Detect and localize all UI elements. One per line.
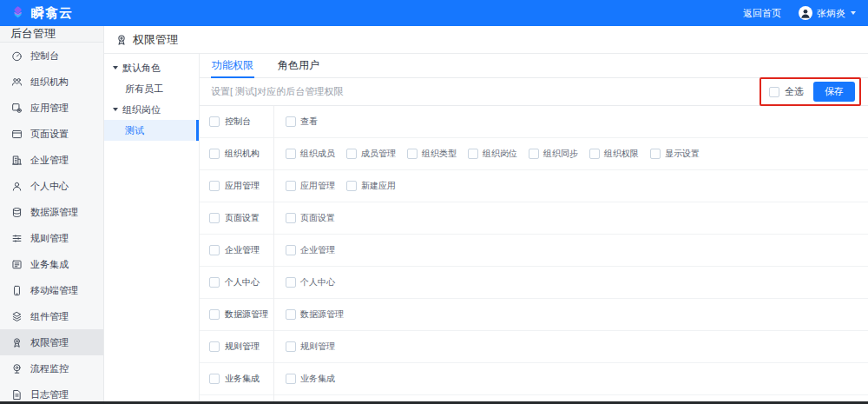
permission-module[interactable]: 组织机构	[200, 138, 273, 169]
permission-action-checkbox[interactable]	[468, 149, 478, 159]
permission-action-label: 应用管理	[300, 180, 335, 192]
permission-action-checkbox[interactable]	[286, 245, 296, 255]
permission-action-checkbox[interactable]	[407, 149, 418, 159]
permission-action-checkbox[interactable]	[650, 149, 661, 159]
permission-action-checkbox[interactable]	[286, 309, 296, 320]
permission-action-label: 业务集成	[300, 373, 335, 385]
permission-action[interactable]: 组织成员	[286, 148, 335, 160]
sidebar-item-label: 企业管理	[30, 154, 69, 167]
select-all[interactable]: 全选	[769, 85, 804, 98]
tree-group[interactable]: 组织岗位	[104, 99, 199, 120]
permission-module[interactable]: 规则管理	[200, 331, 273, 362]
permission-action-checkbox[interactable]	[346, 149, 357, 159]
permission-icon	[11, 337, 23, 348]
tree-item[interactable]: 测试	[104, 120, 199, 141]
permission-action[interactable]: 显示设置	[650, 148, 700, 160]
tree-group[interactable]: 默认角色	[104, 57, 199, 78]
permission-action-label: 查看	[300, 116, 318, 128]
sidebar-item-integration[interactable]: 业务集成	[0, 251, 103, 277]
permission-module-checkbox[interactable]	[209, 245, 220, 255]
sidebar-item-components[interactable]: 组件管理	[0, 303, 103, 329]
permission-action[interactable]: 规则管理	[286, 341, 335, 353]
sidebar-item-monitor[interactable]: 流程监控	[0, 355, 103, 381]
permission-action[interactable]: 企业管理	[286, 244, 335, 256]
permission-action-checkbox[interactable]	[286, 374, 296, 384]
sidebar-item-app[interactable]: 应用管理	[0, 95, 103, 121]
permission-action[interactable]: 新建应用	[346, 180, 396, 192]
permission-module[interactable]: 业务集成	[200, 363, 273, 394]
sidebar-item-dashboard[interactable]: 控制台	[0, 43, 103, 69]
permission-action[interactable]: 页面设置	[286, 212, 335, 224]
person-icon	[799, 7, 812, 19]
permission-action[interactable]: 组织类型	[407, 148, 457, 160]
sidebar-item-datasource[interactable]: 数据源管理	[0, 199, 103, 225]
permission-action-checkbox[interactable]	[286, 116, 296, 127]
permission-action[interactable]: 查看	[286, 116, 318, 128]
permission-action[interactable]: 个人中心	[286, 276, 335, 288]
permission-action[interactable]: 应用管理	[286, 180, 335, 192]
brand[interactable]: 瞬翕云	[10, 5, 73, 22]
permission-module[interactable]: 页面设置	[200, 202, 273, 234]
permission-action-checkbox[interactable]	[286, 149, 296, 159]
permission-action[interactable]: 组织权限	[589, 148, 639, 160]
save-button[interactable]: 保存	[813, 82, 855, 102]
sidebar-item-enterprise[interactable]: 企业管理	[0, 147, 103, 173]
tree-item[interactable]: 所有员工	[104, 78, 199, 99]
permission-action[interactable]: 成员管理	[346, 148, 396, 160]
select-all-checkbox[interactable]	[769, 87, 779, 97]
permission-action[interactable]: 数据源管理	[286, 308, 344, 321]
tab[interactable]: 功能权限	[211, 54, 254, 78]
sidebar-item-label: 组织机构	[30, 76, 69, 89]
permission-module[interactable]: 企业管理	[200, 235, 273, 266]
sidebar-item-label: 组件管理	[30, 310, 69, 323]
permission-row: 应用管理应用管理新建应用	[200, 170, 868, 202]
permission-action-checkbox[interactable]	[346, 181, 357, 191]
permission-action-label: 组织成员	[300, 148, 335, 160]
permission-module-checkbox[interactable]	[209, 149, 220, 159]
permission-module-checkbox[interactable]	[209, 213, 220, 223]
sidebar-item-permission[interactable]: 权限管理	[0, 329, 103, 355]
permission-actions: 应用管理新建应用	[273, 170, 868, 202]
column-divider	[273, 106, 274, 404]
home-link[interactable]: 返回首页	[743, 7, 781, 20]
permission-action[interactable]: 组织同步	[529, 148, 578, 160]
sidebar-item-org[interactable]: 组织机构	[0, 69, 103, 95]
sidebar-title: 后台管理	[0, 26, 103, 43]
permission-row: 数据源管理数据源管理	[200, 299, 868, 331]
rules-icon	[11, 233, 23, 244]
sidebar-item-page[interactable]: 页面设置	[0, 121, 103, 147]
permission-module[interactable]: 数据源管理	[200, 299, 273, 330]
permission-action-checkbox[interactable]	[286, 213, 296, 223]
permission-action-label: 数据源管理	[300, 308, 344, 321]
permission-action-checkbox[interactable]	[286, 181, 296, 191]
permission-module[interactable]: 个人中心	[200, 267, 273, 298]
permission-action[interactable]: 业务集成	[286, 373, 335, 385]
sidebar-menu: 控制台组织机构应用管理页面设置企业管理个人中心数据源管理规则管理业务集成移动端管…	[0, 43, 103, 404]
permission-module-checkbox[interactable]	[209, 277, 220, 288]
user-menu[interactable]: 张炳炎	[799, 6, 856, 20]
permission-action-label: 新建应用	[361, 180, 396, 192]
sidebar-item-label: 控制台	[30, 50, 59, 63]
permission-module-label: 应用管理	[225, 180, 260, 192]
permission-action[interactable]: 组织岗位	[468, 148, 517, 160]
sidebar-item-user[interactable]: 个人中心	[0, 173, 103, 199]
permission-action-checkbox[interactable]	[589, 149, 600, 159]
components-icon	[11, 311, 23, 322]
permission-action-checkbox[interactable]	[529, 149, 539, 159]
permission-module[interactable]: 应用管理	[200, 170, 273, 202]
permission-module-checkbox[interactable]	[209, 341, 220, 352]
sidebar-item-rules[interactable]: 规则管理	[0, 225, 103, 251]
brand-logo-icon	[10, 5, 26, 21]
permission-module-checkbox[interactable]	[209, 116, 220, 127]
page-icon	[11, 129, 23, 140]
permission-action-checkbox[interactable]	[286, 341, 296, 352]
permission-module-checkbox[interactable]	[209, 374, 220, 384]
permission-module[interactable]: 控制台	[200, 106, 273, 137]
permission-module-checkbox[interactable]	[209, 181, 220, 191]
user-icon	[11, 181, 23, 192]
permission-action-checkbox[interactable]	[286, 277, 296, 288]
tab[interactable]: 角色用户	[277, 54, 320, 78]
permission-module-checkbox[interactable]	[209, 309, 220, 320]
sidebar-item-mobile[interactable]: 移动端管理	[0, 277, 103, 303]
enterprise-icon	[11, 155, 23, 166]
